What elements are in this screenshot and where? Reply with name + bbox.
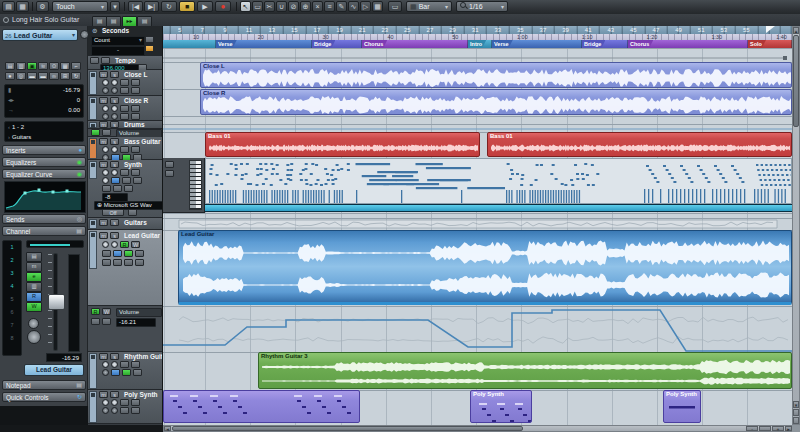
track-chip[interactable]	[120, 407, 129, 414]
lead-vol-write-button[interactable]: W	[102, 308, 111, 315]
event-bass-1[interactable]: Bass 01	[205, 132, 480, 157]
event-rhythm-guitar[interactable]: Rhythm Guitar 3	[258, 352, 792, 389]
activate-project-icon[interactable]	[3, 17, 9, 23]
zoom-tool-button[interactable]: ⊕	[300, 1, 311, 12]
knob[interactable]	[102, 399, 109, 406]
track-chip[interactable]	[131, 407, 140, 414]
close_l-solo-button[interactable]: s	[110, 71, 119, 78]
guitars-mute-button[interactable]: m	[99, 219, 108, 226]
knob[interactable]	[102, 79, 109, 86]
track-chip[interactable]	[122, 369, 131, 376]
rhythm-solo-button[interactable]: s	[110, 353, 119, 360]
channel-section-bar[interactable]: Channel▤	[2, 226, 86, 236]
equalizer-curve-section-bar[interactable]: Equalizer Curve◉	[2, 169, 86, 179]
automation-mode-select[interactable]: Touch▾	[52, 1, 108, 12]
track-chip[interactable]	[102, 318, 111, 325]
close_l-mute-button[interactable]: m	[99, 71, 108, 78]
track-tempo[interactable]: Tempo136.000	[88, 56, 163, 70]
track-chip[interactable]	[131, 87, 140, 94]
project-overview-button[interactable]: ▦	[16, 1, 29, 12]
track-chip[interactable]	[120, 105, 129, 112]
insert-slot-list[interactable]: 12345678	[2, 240, 22, 356]
count-button-lit[interactable]	[145, 45, 154, 52]
track-drums-volume[interactable]: Volume	[88, 129, 163, 137]
marker-section-chorus[interactable]: Chorus	[628, 40, 748, 48]
knob[interactable]	[102, 146, 109, 153]
draw-tool-button[interactable]: ✎	[336, 1, 347, 12]
marker-section-unnamed[interactable]	[163, 40, 216, 48]
volume-pan-delay-display[interactable]: ▮-16.79 ◂▸0 →0.00	[4, 84, 84, 118]
track-rhythm[interactable]: msRhythm Guitar 3	[88, 352, 163, 390]
marker-section-chorus[interactable]: Chorus	[362, 40, 468, 48]
line-tool-button[interactable]: ∿	[348, 1, 359, 12]
track-chip[interactable]	[124, 259, 133, 266]
knob[interactable]	[102, 169, 109, 176]
event-bass-2[interactable]: Bass 01	[487, 132, 792, 157]
track-lead-guitar[interactable]: msLead GuitarRW	[88, 230, 163, 306]
knob[interactable]	[111, 79, 118, 86]
track-button-2[interactable]: ▥	[16, 62, 26, 70]
track-close_r[interactable]: msClose R	[88, 96, 163, 121]
range-selection-tool-button[interactable]: ▭	[252, 1, 263, 12]
poly-record-button[interactable]	[102, 407, 109, 414]
track-button-7[interactable]: ⌐	[71, 62, 81, 70]
horizontal-scroll-thumb[interactable]	[172, 426, 523, 431]
track-chip[interactable]	[131, 146, 140, 153]
horizontal-scrollbar[interactable]: ◂-+▸	[163, 425, 792, 432]
track-chip[interactable]	[90, 57, 99, 64]
close_l-monitor-button[interactable]	[111, 87, 118, 94]
lead-mute-button[interactable]: m	[99, 232, 108, 239]
insert-slot-3[interactable]: 3	[3, 270, 21, 276]
track-chip[interactable]	[91, 318, 100, 325]
part-poly-synth-2[interactable]: Poly Synth	[470, 390, 532, 423]
track-chip[interactable]	[113, 259, 122, 266]
event-display[interactable]: 5791113151719212325272931333537394143454…	[163, 26, 792, 425]
scroll-up-button[interactable]: ▴	[793, 27, 799, 34]
poly-mute-button[interactable]: m	[99, 391, 108, 398]
track-chip[interactable]	[120, 87, 129, 94]
track-chip[interactable]	[135, 250, 144, 257]
zoom-in-button[interactable]: +	[772, 426, 784, 431]
track-button-4[interactable]: ≋	[38, 62, 48, 70]
rhythm-record-button[interactable]	[102, 369, 109, 376]
quick-controls-section-bar[interactable]: Quick Controls↻	[2, 392, 86, 402]
volume-fader[interactable]	[48, 294, 65, 310]
scroll-down-button[interactable]: ▾	[793, 401, 799, 408]
inserts-section-bar[interactable]: Inserts●	[2, 145, 86, 155]
strip-button-6[interactable]: W	[26, 302, 42, 312]
close_r-monitor-button[interactable]	[111, 113, 118, 120]
track-chip[interactable]	[131, 105, 140, 112]
zoom-out-button[interactable]: -	[746, 426, 758, 431]
track-chip[interactable]	[131, 399, 140, 406]
insert-slot-5[interactable]: 5	[3, 296, 21, 302]
track-button-11[interactable]: ▬	[38, 72, 48, 80]
knob[interactable]	[111, 399, 118, 406]
bass-solo-button[interactable]: s	[110, 138, 119, 145]
knob[interactable]	[111, 169, 118, 176]
marker-section-verse[interactable]: Verse	[216, 40, 312, 48]
autoscroll-button[interactable]: ▭	[388, 1, 402, 12]
track-guitars[interactable]: msGuitars	[88, 218, 163, 230]
record-button[interactable]: ●	[215, 1, 231, 12]
drums-solo-button[interactable]: s	[110, 121, 119, 128]
lead-volume-lane-name[interactable]: Volume	[116, 308, 162, 317]
track-bass[interactable]: msBass Guitar	[88, 137, 163, 160]
track-chip[interactable]	[131, 361, 140, 368]
track-synth[interactable]: msSynth-8⊕ Microsoft GS WavOff	[88, 160, 163, 218]
track-chip[interactable]	[91, 129, 100, 136]
lead-read-button[interactable]: R	[120, 241, 129, 248]
notepad-section-bar[interactable]: Notepad▤	[2, 380, 86, 390]
goto-next-marker-button[interactable]: ▶|	[144, 1, 159, 12]
track-button-12[interactable]: ∞	[49, 72, 59, 80]
scroll-left-button[interactable]: ◂	[164, 426, 171, 431]
settings-gear-button[interactable]: ⚙	[36, 1, 49, 12]
track-lead-volume[interactable]: RWVolume-16.21	[88, 306, 163, 352]
track-button-3[interactable]: ▣	[27, 62, 37, 70]
track-chip[interactable]	[111, 369, 120, 376]
synth-solo-button[interactable]: s	[110, 161, 119, 168]
track-chip[interactable]	[101, 57, 110, 64]
synth-power-button[interactable]: Off	[102, 209, 124, 216]
track-chip[interactable]	[120, 146, 129, 153]
track-chip[interactable]	[124, 250, 133, 257]
synth-panel-chip-2[interactable]	[165, 170, 174, 177]
